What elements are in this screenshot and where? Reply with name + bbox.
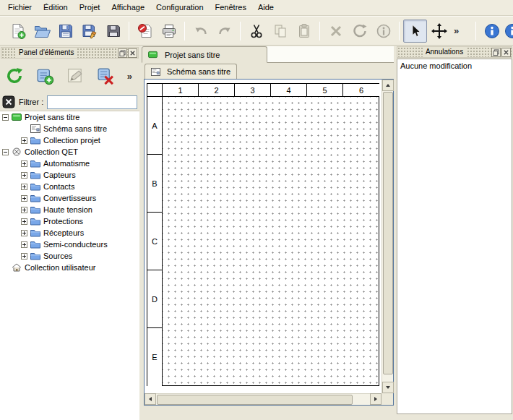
tree-item-collection-utilisateur[interactable]: Collection utilisateur bbox=[0, 262, 139, 273]
edit-element-icon bbox=[65, 66, 85, 86]
tree-item-label: Collection utilisateur bbox=[25, 263, 95, 272]
save-all-button[interactable] bbox=[101, 20, 125, 43]
elements-toolbar-overflow-button[interactable]: » bbox=[124, 71, 135, 82]
printer-icon bbox=[160, 22, 178, 40]
column-header-6: 6 bbox=[343, 84, 379, 97]
edit-element-button[interactable] bbox=[62, 62, 88, 90]
rotate-button[interactable] bbox=[348, 20, 371, 43]
tree-item-label: Récepteurs bbox=[43, 228, 84, 237]
open-project-button[interactable] bbox=[30, 20, 53, 43]
expand-expander[interactable] bbox=[21, 241, 27, 248]
diagram-view[interactable]: 1 2 3 4 5 6 A B C D E bbox=[144, 79, 394, 406]
toolbar-overflow-button[interactable]: » bbox=[451, 25, 462, 36]
main-toolbar: » bbox=[0, 16, 513, 46]
reload-collections-button[interactable] bbox=[1, 62, 27, 90]
expand-expander[interactable] bbox=[21, 184, 27, 190]
print-button[interactable] bbox=[157, 20, 181, 43]
clear-filter-button[interactable] bbox=[2, 95, 15, 108]
folder-icon bbox=[30, 240, 40, 249]
tree-item-sources[interactable]: Sources bbox=[0, 250, 139, 262]
menu-projet[interactable]: Projet bbox=[74, 0, 106, 15]
tab-schema-sans-titre[interactable]: Schéma sans titre bbox=[145, 64, 237, 79]
tree-item-schema-sans-titre[interactable]: Schéma sans titre bbox=[0, 123, 139, 134]
tree-item-semi-conducteurs[interactable]: Semi-conducteurs bbox=[0, 239, 139, 250]
tree-item-projet-sans-titre[interactable]: Projet sans titre bbox=[0, 111, 139, 123]
save-as-button[interactable] bbox=[77, 20, 101, 43]
menu-fichier[interactable]: Fichier bbox=[2, 0, 38, 15]
horizontal-scroll-thumb[interactable] bbox=[157, 395, 353, 405]
rotate-icon bbox=[351, 22, 368, 40]
horizontal-scrollbar[interactable] bbox=[145, 393, 381, 405]
tree-item-label: Collection projet bbox=[43, 136, 100, 145]
filter-input[interactable] bbox=[47, 95, 137, 109]
menu-configuration[interactable]: Configuration bbox=[150, 0, 209, 15]
scrollbar-corner bbox=[381, 393, 393, 405]
scroll-up-button[interactable] bbox=[382, 80, 394, 91]
collapse-expander[interactable] bbox=[2, 149, 9, 155]
tree-item-collection-qet[interactable]: Collection QET bbox=[0, 146, 139, 158]
info-blue-icon bbox=[483, 22, 501, 40]
clipped-toolbar-button[interactable] bbox=[504, 20, 513, 43]
vertical-scroll-thumb[interactable] bbox=[383, 92, 393, 374]
new-element-button[interactable] bbox=[32, 62, 58, 90]
right-panel-close-button[interactable] bbox=[501, 48, 511, 57]
project-icon bbox=[12, 113, 22, 121]
expand-expander[interactable] bbox=[21, 218, 27, 225]
tree-item-recepteurs[interactable]: Récepteurs bbox=[0, 227, 139, 239]
undo-icon bbox=[192, 22, 210, 40]
elements-panel-title: Panel d'éléments bbox=[16, 48, 77, 58]
expand-expander[interactable] bbox=[21, 195, 27, 202]
redo-button[interactable] bbox=[212, 20, 236, 43]
scroll-down-button[interactable] bbox=[382, 382, 394, 393]
tab-projet-sans-titre[interactable]: Projet sans titre bbox=[142, 46, 267, 63]
menu-aide[interactable]: Aide bbox=[252, 0, 280, 15]
delete-element-button[interactable] bbox=[92, 62, 118, 90]
tree-item-automatisme[interactable]: Automatisme bbox=[0, 158, 139, 169]
menu-fenetres[interactable]: Fenêtres bbox=[210, 0, 252, 15]
expand-expander[interactable] bbox=[21, 172, 27, 179]
close-project-button[interactable] bbox=[133, 20, 157, 43]
left-panel-close-button[interactable] bbox=[128, 48, 137, 58]
scroll-right-button[interactable] bbox=[370, 393, 381, 405]
information-button[interactable] bbox=[371, 20, 395, 43]
undo-list[interactable]: Aucune modification bbox=[397, 59, 512, 414]
float-window-icon bbox=[119, 50, 126, 56]
tree-item-convertisseurs[interactable]: Convertisseurs bbox=[0, 192, 139, 204]
grid-dots bbox=[163, 97, 379, 385]
save-button[interactable] bbox=[53, 20, 77, 43]
tree-item-collection-projet[interactable]: Collection projet bbox=[0, 134, 139, 146]
tree-item-contacts[interactable]: Contacts bbox=[0, 181, 139, 192]
paste-button[interactable] bbox=[292, 20, 316, 43]
elements-panel-titlebar[interactable]: Panel d'éléments bbox=[1, 47, 139, 59]
expand-expander[interactable] bbox=[21, 160, 27, 167]
right-panel-float-button[interactable] bbox=[491, 48, 501, 57]
collapse-expander[interactable] bbox=[2, 114, 9, 121]
tree-item-label: Convertisseurs bbox=[43, 194, 96, 202]
expand-expander[interactable] bbox=[21, 253, 27, 260]
tree-item-protections[interactable]: Protections bbox=[0, 215, 139, 227]
right-arrow-icon bbox=[374, 397, 377, 401]
vertical-scrollbar[interactable] bbox=[381, 80, 393, 393]
tree-item-label: Protections bbox=[43, 217, 83, 226]
pan-mode-button[interactable] bbox=[427, 20, 451, 43]
selection-mode-button[interactable] bbox=[403, 20, 427, 43]
new-document-button[interactable] bbox=[6, 20, 30, 43]
scroll-left-button[interactable] bbox=[145, 393, 156, 405]
expand-expander[interactable] bbox=[21, 230, 27, 236]
expand-expander[interactable] bbox=[21, 137, 27, 144]
expand-expander[interactable] bbox=[21, 207, 27, 213]
undo-button[interactable] bbox=[189, 20, 212, 43]
cut-button[interactable] bbox=[244, 20, 268, 43]
about-info-button[interactable] bbox=[480, 20, 504, 43]
copy-button[interactable] bbox=[268, 20, 292, 43]
undo-panel-titlebar[interactable]: Annulations bbox=[397, 46, 512, 58]
delete-cross-icon bbox=[327, 22, 345, 40]
diagram-canvas[interactable]: 1 2 3 4 5 6 A B C D E bbox=[145, 80, 381, 393]
left-panel-float-button[interactable] bbox=[118, 48, 127, 58]
save-as-icon bbox=[81, 22, 98, 40]
tree-item-capteurs[interactable]: Capteurs bbox=[0, 169, 139, 181]
delete-button[interactable] bbox=[324, 20, 348, 43]
menu-edition[interactable]: Édition bbox=[38, 0, 74, 15]
menu-affichage[interactable]: Affichage bbox=[105, 0, 150, 15]
tree-item-haute-tension[interactable]: Haute tension bbox=[0, 204, 139, 215]
